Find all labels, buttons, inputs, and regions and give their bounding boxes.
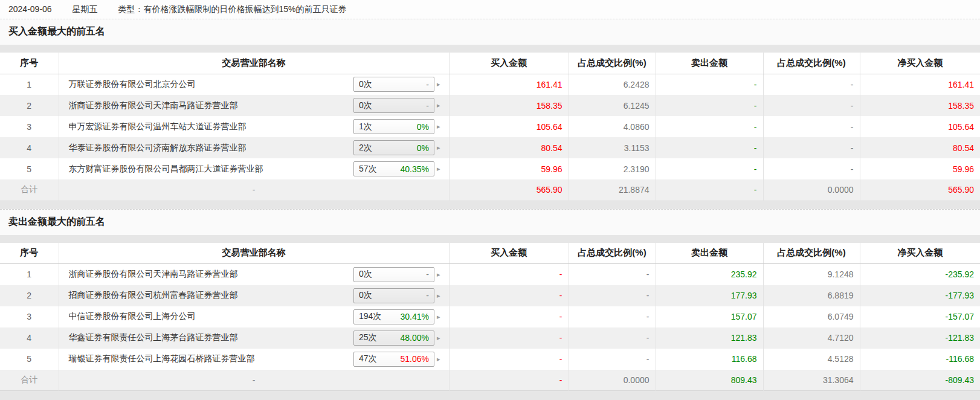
buy-amount-cell: 161.41 (449, 74, 569, 95)
sell-amount-cell: 177.93 (656, 285, 763, 306)
net-buy-amount-cell: 158.35 (860, 95, 980, 116)
table-row: 3申万宏源证券有限公司温州车站大道证券营业部1次0%▸105.644.0860-… (0, 116, 980, 137)
buy-amount-cell: 158.35 (449, 95, 569, 116)
buy-amount-cell: - (449, 285, 569, 306)
times-badge-box[interactable]: 194次30.41% (353, 309, 434, 324)
times-count: 47次 (359, 353, 377, 364)
branch-name: 瑞银证券有限责任公司上海花园石桥路证券营业部 (69, 353, 255, 364)
appearance-badge[interactable]: 2次0%▸ (353, 140, 440, 155)
sell-amount-cell: - (656, 116, 763, 137)
type-text: 有价格涨跌幅限制的日价格振幅达到15%的前五只证券 (143, 4, 346, 14)
sell-ratio-cell: - (763, 137, 860, 158)
net-buy-amount-cell: -177.93 (860, 285, 980, 306)
branch-cell-content: 华泰证券股份有限公司济南解放东路证券营业部2次0%▸ (59, 140, 449, 155)
list-type: 类型：有价格涨跌幅限制的日价格振幅达到15%的前五只证券 (118, 4, 346, 14)
times-badge-box[interactable]: 1次0% (353, 119, 434, 134)
appearance-badge[interactable]: 0次-▸ (353, 98, 440, 113)
appearance-badge[interactable]: 25次48.00%▸ (353, 331, 440, 346)
seq-cell: 合计 (0, 179, 59, 201)
buy-amount-cell: 80.54 (449, 137, 569, 158)
times-value: - (426, 80, 429, 89)
branch-name: - (253, 375, 256, 385)
net-buy-amount-cell: -809.43 (860, 370, 980, 391)
chevron-right-icon: ▸ (437, 102, 440, 109)
times-badge-box[interactable]: 0次- (353, 77, 434, 92)
branch-cell: 浙商证券股份有限公司天津南马路证券营业部0次-▸ (59, 264, 449, 285)
header-row: 序号交易营业部名称买入金额占总成交比例(%)卖出金额占总成交比例(%)净买入金额 (0, 53, 980, 74)
appearance-badge[interactable]: 1次0%▸ (353, 119, 440, 134)
type-label: 类型： (118, 4, 143, 14)
col-buy-ratio: 占总成交比例(%) (569, 53, 656, 74)
appearance-badge[interactable]: 0次-▸ (353, 288, 440, 303)
table-row: 4华鑫证券有限责任公司上海茅台路证券营业部25次48.00%▸--121.834… (0, 327, 980, 349)
buy-amount-cell: 59.96 (449, 158, 569, 179)
total-row: 合计-565.9021.8874-0.0000565.90 (0, 179, 980, 201)
times-count: 0次 (359, 290, 372, 301)
sell-amount-cell: 235.92 (656, 264, 763, 285)
branch-name: 万联证券股份有限公司北京分公司 (69, 79, 196, 90)
branch-cell: 华泰证券股份有限公司济南解放东路证券营业部2次0%▸ (59, 137, 449, 158)
times-value: 30.41% (400, 312, 428, 321)
sell-ratio-cell: 4.5128 (763, 349, 860, 370)
sell-ratio-cell: - (763, 158, 860, 179)
sell-amount-cell: 809.43 (656, 370, 763, 391)
col-buy-ratio: 占总成交比例(%) (569, 243, 656, 264)
chevron-right-icon: ▸ (437, 80, 440, 88)
seq-cell: 合计 (0, 370, 59, 391)
appearance-badge[interactable]: 0次-▸ (353, 77, 440, 92)
table-row: 4华泰证券股份有限公司济南解放东路证券营业部2次0%▸80.543.1153--… (0, 137, 980, 158)
chevron-right-icon: ▸ (437, 165, 440, 173)
times-value: - (426, 291, 429, 300)
times-value: 0% (417, 122, 429, 132)
appearance-badge[interactable]: 0次-▸ (353, 267, 440, 282)
branch-cell-content: 中信证券股份有限公司上海分公司194次30.41%▸ (59, 309, 449, 324)
buy-amount-cell: - (449, 306, 569, 327)
table-row: 5东方财富证券股份有限公司昌都两江大道证券营业部57次40.35%▸59.962… (0, 158, 980, 179)
net-buy-amount-cell: -116.68 (860, 349, 980, 370)
sell-amount-cell: - (656, 179, 763, 201)
times-badge-box[interactable]: 0次- (353, 288, 434, 303)
branch-name: 东方财富证券股份有限公司昌都两江大道证券营业部 (69, 164, 263, 175)
appearance-badge[interactable]: 57次40.35%▸ (353, 161, 440, 176)
times-count: 25次 (359, 332, 377, 343)
branch-cell: 申万宏源证券有限公司温州车站大道证券营业部1次0%▸ (59, 116, 449, 137)
times-badge-box[interactable]: 0次- (353, 267, 434, 282)
seq-cell: 4 (0, 327, 59, 349)
col-sell-ratio: 占总成交比例(%) (763, 243, 860, 264)
chevron-right-icon: ▸ (437, 334, 440, 342)
buy-amount-cell: - (449, 327, 569, 349)
chevron-right-icon: ▸ (437, 144, 440, 152)
buy-ratio-cell: - (569, 327, 656, 349)
table-row: 2招商证券股份有限公司杭州富春路证券营业部0次-▸--177.936.8819-… (0, 285, 980, 306)
times-value: 0% (417, 143, 429, 153)
branch-name: 申万宏源证券有限公司温州车站大道证券营业部 (69, 121, 247, 132)
buy-ratio-cell: - (569, 285, 656, 306)
col-buy-amount: 买入金额 (449, 243, 569, 264)
weekday: 星期五 (73, 4, 98, 14)
branch-name: 华鑫证券有限责任公司上海茅台路证券营业部 (69, 332, 238, 343)
sell-ratio-cell: 4.7120 (763, 327, 860, 349)
branch-cell-content: 瑞银证券有限责任公司上海花园石桥路证券营业部47次51.06%▸ (59, 352, 449, 367)
buy-amount-cell: - (449, 349, 569, 370)
col-buy-amount: 买入金额 (449, 53, 569, 74)
col-sell-amount: 卖出金额 (656, 53, 763, 74)
buy-ratio-cell: - (569, 264, 656, 285)
appearance-badge[interactable]: 47次51.06%▸ (353, 352, 440, 367)
times-badge-box[interactable]: 0次- (353, 98, 434, 113)
col-sell-amount: 卖出金额 (656, 243, 763, 264)
net-buy-amount-cell: 105.64 (860, 116, 980, 137)
branch-cell-content: 东方财富证券股份有限公司昌都两江大道证券营业部57次40.35%▸ (59, 161, 449, 176)
branch-name: - (253, 185, 256, 195)
appearance-badge[interactable]: 194次30.41%▸ (353, 309, 440, 324)
times-badge-box[interactable]: 2次0% (353, 140, 434, 155)
times-badge-box[interactable]: 57次40.35% (353, 161, 434, 176)
times-badge-box[interactable]: 25次48.00% (353, 331, 434, 346)
seq-cell: 2 (0, 285, 59, 306)
sell-ratio-cell: 9.1248 (763, 264, 860, 285)
net-buy-amount-cell: -121.83 (860, 327, 980, 349)
branch-cell: 东方财富证券股份有限公司昌都两江大道证券营业部57次40.35%▸ (59, 158, 449, 179)
times-count: 1次 (359, 121, 372, 132)
branch-cell-content: - (59, 375, 449, 385)
branch-cell: 瑞银证券有限责任公司上海花园石桥路证券营业部47次51.06%▸ (59, 349, 449, 370)
times-badge-box[interactable]: 47次51.06% (353, 352, 434, 367)
